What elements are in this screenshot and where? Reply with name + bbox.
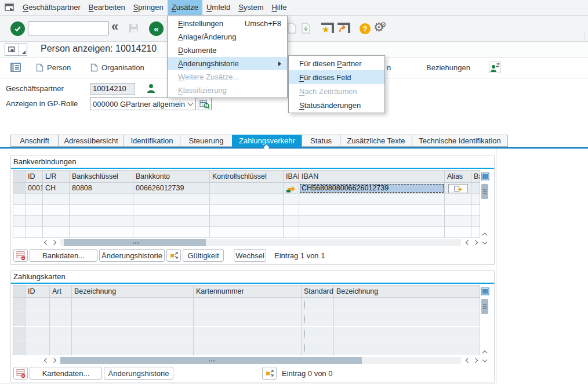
scroll-right-icon[interactable] <box>471 239 480 247</box>
bank-empty-row[interactable] <box>13 205 480 216</box>
col-alias[interactable]: Alias <box>445 170 471 183</box>
back-icon[interactable]: « <box>149 21 164 36</box>
expand-entries-button[interactable] <box>166 249 181 262</box>
col-bankkonto[interactable]: Bankkonto <box>133 170 210 183</box>
enter-icon[interactable] <box>10 21 25 36</box>
scroll-up-icon[interactable] <box>481 230 489 239</box>
standard-radio[interactable] <box>304 315 305 324</box>
scroll-right-icon[interactable] <box>50 356 59 365</box>
scroll-left-icon[interactable] <box>463 239 471 247</box>
role-search-button[interactable] <box>198 98 212 110</box>
menu-hilfe[interactable]: Hilfe <box>267 0 291 15</box>
create-shortcut-icon[interactable] <box>336 22 351 36</box>
bank-aenderungshistorie-button[interactable]: Änderungshistorie <box>99 249 165 262</box>
tab-technische-identifikation[interactable]: Technische Identifikation <box>412 135 508 147</box>
col-lr[interactable]: L/R <box>43 170 70 183</box>
services-for-object-button[interactable] <box>5 44 27 56</box>
scroll-down-icon[interactable] <box>481 239 489 247</box>
new-session-star-icon[interactable]: ★ <box>320 22 335 36</box>
relations-person-icon[interactable] <box>489 62 501 73</box>
scroll-right-icon[interactable] <box>471 356 480 365</box>
window-menu-icon[interactable] <box>5 3 15 12</box>
cards-empty-row[interactable] <box>13 312 480 327</box>
iban-selected-value[interactable]: CH5680808006626012739 <box>300 184 444 193</box>
scrollbar-thumb[interactable] <box>481 299 488 314</box>
menuitem-fuer-diesen-partner[interactable]: Für diesen Partner <box>289 56 384 70</box>
scrollbar-track[interactable] <box>60 357 461 364</box>
menu-umfeld[interactable]: Umfeld <box>202 0 234 15</box>
scrollbar-thumb[interactable] <box>60 357 362 364</box>
scrollbar-thumb[interactable] <box>64 239 206 246</box>
delete-row-button[interactable] <box>13 367 28 380</box>
menuitem-nach-zeitraeumen[interactable]: Nach Zeiträumen <box>289 84 384 98</box>
menu-system[interactable]: System <box>234 0 267 15</box>
menuitem-einstellungen[interactable]: Einstellungen Umsch+F8 <box>168 17 287 30</box>
col-standard[interactable]: Standard <box>302 285 334 298</box>
bank-empty-row[interactable] <box>13 216 480 227</box>
col-bezeichnung[interactable]: Bezeichnung <box>72 285 194 298</box>
partner-number-field[interactable]: 10014210 <box>90 83 135 95</box>
settings-gear-icon[interactable]: ⚙⚙ <box>373 20 382 34</box>
col-bezeichnung-2[interactable]: Bezeichnung <box>334 285 480 298</box>
tab-identifikation[interactable]: Identifikation <box>124 135 180 147</box>
col-kontrollschluessel[interactable]: Kontrollschlüssel <box>210 170 284 183</box>
menuitem-fuer-dieses-feld[interactable]: Für dieses Feld <box>289 70 384 84</box>
button-organisation[interactable]: Organisation <box>90 63 144 72</box>
scroll-left-icon[interactable] <box>41 239 50 247</box>
help-icon[interactable]: ? <box>360 23 371 34</box>
bank-cell-kontrollschluessel[interactable] <box>210 183 284 194</box>
col-art[interactable]: Art <box>50 285 72 298</box>
menuitem-aenderungshistorie[interactable]: Änderungshistorie <box>168 57 287 70</box>
menuitem-statusaenderungen[interactable]: Statusänderungen <box>289 98 384 112</box>
tab-anschrift[interactable]: Anschrift <box>10 135 58 147</box>
bank-empty-row[interactable] <box>13 227 480 238</box>
role-dropdown[interactable]: 000000 GPartner allgemein <box>90 98 196 110</box>
scroll-down-icon[interactable] <box>481 356 489 365</box>
cards-empty-row[interactable] <box>13 298 480 312</box>
col-bank-truncated[interactable]: Bank <box>471 170 480 183</box>
scroll-left-icon[interactable] <box>463 356 471 365</box>
col-id[interactable]: ID <box>26 170 43 183</box>
col-iban[interactable]: IBAN <box>299 170 445 183</box>
scrollbar-track[interactable] <box>60 239 461 246</box>
col-kartennummer[interactable]: Kartennummer <box>194 285 302 298</box>
wechsel-button[interactable]: Wechsel <box>234 249 266 262</box>
bank-cell-bankkonto[interactable]: 006626012739 <box>133 183 210 194</box>
gueltigkeit-button[interactable]: Gültigkeit <box>183 249 224 262</box>
cards-aenderungshistorie-button[interactable]: Änderungshistorie <box>104 367 173 380</box>
col-bankschluessel[interactable]: Bankschlüssel <box>70 170 133 183</box>
menu-springen[interactable]: Springen <box>129 0 168 15</box>
cards-empty-row[interactable] <box>13 341 480 356</box>
bank-cell-lr[interactable]: CH <box>43 183 70 194</box>
bank-cell-iban[interactable]: CH5680808006626012739 <box>299 183 445 194</box>
bank-row-1[interactable]: 0001 CH 80808 006626012739 CH56808080066… <box>13 183 480 194</box>
standard-radio[interactable] <box>304 344 305 353</box>
scroll-right-icon[interactable] <box>50 239 59 247</box>
button-beziehungen[interactable]: Beziehungen <box>426 63 470 72</box>
button-person[interactable]: Person <box>36 63 71 72</box>
scroll-left-icon[interactable] <box>41 356 50 365</box>
cards-empty-row[interactable] <box>13 327 480 341</box>
services-for-object-icon[interactable] <box>5 44 19 55</box>
row-selector-header[interactable] <box>13 285 26 298</box>
kartendaten-button[interactable]: Kartendaten... <box>30 367 102 380</box>
command-field[interactable] <box>28 21 109 35</box>
menu-geschaeftspartner[interactable]: Geschäftspartner <box>19 0 85 15</box>
worklist-icon[interactable] <box>10 63 21 73</box>
standard-radio[interactable] <box>304 300 305 309</box>
table-settings-icon[interactable] <box>481 170 489 183</box>
menuitem-weitere-zusaetze[interactable]: Weitere Zusätze... <box>168 70 287 84</box>
delete-row-button[interactable] <box>13 249 28 262</box>
scrollbar-thumb[interactable] <box>481 184 488 199</box>
menu-zusaetze[interactable]: Zusätze <box>168 0 202 15</box>
previous-commands-icon[interactable]: « <box>111 19 118 34</box>
tab-steuerung[interactable]: Steuerung <box>180 135 232 147</box>
bank-empty-row[interactable] <box>13 194 480 205</box>
col-iban-icon[interactable]: IBAN <box>284 170 299 183</box>
alias-button[interactable] <box>448 184 468 193</box>
standard-radio[interactable] <box>304 329 305 338</box>
bank-cell-bankschluessel[interactable]: 80808 <box>70 183 133 194</box>
col-id[interactable]: ID <box>26 285 50 298</box>
row-selector[interactable] <box>13 183 26 194</box>
table-settings-icon[interactable] <box>481 285 489 298</box>
